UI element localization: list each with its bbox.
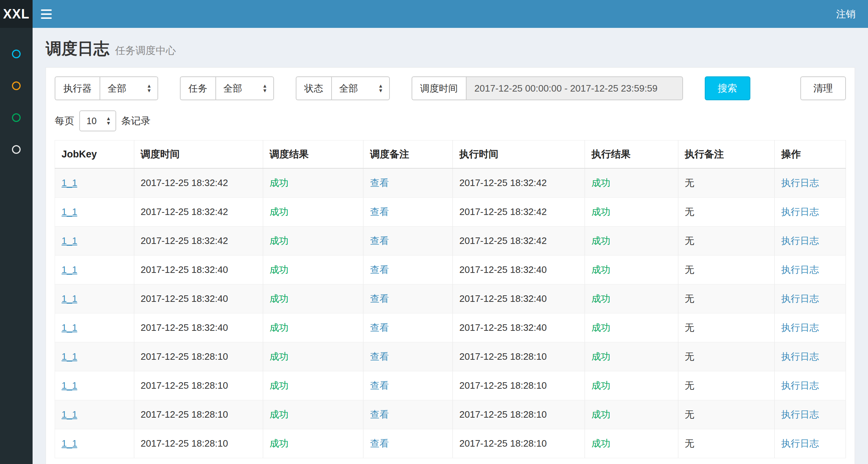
trigger-result-cell: 成功 (270, 380, 288, 391)
trigger-time-cell: 2017-12-25 18:28:10 (141, 409, 228, 420)
handle-msg-cell: 无 (685, 235, 694, 246)
table-row: 1_1 2017-12-25 18:32:40 成功 查看 2017-12-25… (55, 313, 846, 342)
execution-log-link[interactable]: 执行日志 (781, 380, 819, 391)
handle-result-cell: 成功 (591, 177, 610, 188)
sidebar-item-white[interactable] (0, 134, 33, 165)
page-size-suffix-label: 条记录 (121, 114, 151, 127)
clear-button[interactable]: 清理 (800, 76, 846, 100)
trigger-msg-link[interactable]: 查看 (370, 235, 389, 246)
trigger-msg-link[interactable]: 查看 (370, 380, 389, 391)
jobkey-link[interactable]: 1_1 (62, 380, 77, 391)
circle-icon (12, 50, 21, 58)
status-select[interactable]: 全部 ▲▼ (331, 76, 390, 100)
content-area: 调度日志 任务调度中心 执行器 全部 ▲▼ 任务 全部 ▲▼ (33, 28, 868, 464)
app-logo[interactable]: XXL (0, 0, 33, 28)
execution-log-link[interactable]: 执行日志 (781, 293, 819, 304)
page-title: 调度日志 (46, 38, 109, 59)
trigger-result-cell: 成功 (270, 351, 288, 362)
handle-msg-cell: 无 (685, 380, 694, 391)
trigger-time-filter-label: 调度时间 (412, 76, 466, 100)
hamburger-menu-icon[interactable] (33, 0, 60, 28)
col-header-handle-msg: 执行备注 (678, 140, 775, 169)
handle-result-cell: 成功 (591, 409, 610, 420)
handle-msg-cell: 无 (685, 322, 694, 333)
select-stepper-icon: ▲▼ (141, 84, 152, 93)
trigger-result-cell: 成功 (270, 438, 288, 449)
col-header-trigger-result: 调度结果 (263, 140, 363, 169)
trigger-result-cell: 成功 (270, 177, 288, 188)
trigger-result-cell: 成功 (270, 409, 288, 420)
select-stepper-icon: ▲▼ (257, 84, 267, 93)
circle-icon (12, 113, 21, 122)
jobkey-link[interactable]: 1_1 (62, 264, 77, 275)
execution-log-link[interactable]: 执行日志 (781, 235, 819, 246)
circle-icon (12, 81, 21, 90)
logout-link[interactable]: 注销 (824, 8, 868, 21)
handle-time-cell: 2017-12-25 18:28:10 (459, 380, 547, 391)
executor-select[interactable]: 全部 ▲▼ (100, 76, 158, 100)
sidebar-item-green[interactable] (0, 102, 33, 134)
log-box: 执行器 全部 ▲▼ 任务 全部 ▲▼ 状态 全部 (46, 67, 855, 464)
jobkey-link[interactable]: 1_1 (62, 351, 77, 362)
handle-result-cell: 成功 (591, 380, 610, 391)
col-header-handle-result: 执行结果 (585, 140, 678, 169)
jobkey-link[interactable]: 1_1 (62, 206, 77, 217)
execution-log-link[interactable]: 执行日志 (781, 351, 819, 362)
trigger-msg-link[interactable]: 查看 (370, 206, 389, 217)
trigger-result-cell: 成功 (270, 235, 288, 246)
trigger-time-cell: 2017-12-25 18:32:40 (141, 322, 228, 333)
status-filter-group: 状态 全部 ▲▼ (296, 76, 390, 100)
sidebar-item-orange[interactable] (0, 70, 33, 102)
handle-msg-cell: 无 (685, 409, 694, 420)
jobkey-link[interactable]: 1_1 (62, 235, 77, 246)
col-header-handle-time: 执行时间 (453, 140, 585, 169)
trigger-msg-link[interactable]: 查看 (370, 409, 389, 420)
select-stepper-icon: ▲▼ (372, 84, 383, 93)
execution-log-link[interactable]: 执行日志 (781, 322, 819, 333)
execution-log-link[interactable]: 执行日志 (781, 206, 819, 217)
trigger-msg-link[interactable]: 查看 (370, 351, 389, 362)
jobkey-link[interactable]: 1_1 (62, 177, 77, 188)
trigger-msg-link[interactable]: 查看 (370, 264, 389, 275)
jobkey-link[interactable]: 1_1 (62, 438, 77, 449)
trigger-time-cell: 2017-12-25 18:28:10 (141, 351, 228, 362)
handle-time-cell: 2017-12-25 18:32:40 (459, 293, 547, 304)
handle-msg-cell: 无 (685, 293, 694, 304)
page-size-row: 每页 10 ▲▼ 条记录 (55, 110, 846, 131)
execution-log-link[interactable]: 执行日志 (781, 177, 819, 188)
table-row: 1_1 2017-12-25 18:28:10 成功 查看 2017-12-25… (55, 371, 846, 400)
page-subtitle: 任务调度中心 (115, 44, 176, 58)
handle-time-cell: 2017-12-25 18:32:40 (459, 264, 547, 275)
table-row: 1_1 2017-12-25 18:32:42 成功 查看 2017-12-25… (55, 227, 846, 256)
jobkey-link[interactable]: 1_1 (62, 409, 77, 420)
page-size-select[interactable]: 10 ▲▼ (79, 110, 116, 131)
log-table-body: 1_1 2017-12-25 18:32:42 成功 查看 2017-12-25… (55, 168, 846, 458)
trigger-time-range-input[interactable] (466, 76, 683, 100)
sidebar-menu (0, 28, 33, 464)
job-filter-label: 任务 (180, 76, 215, 100)
executor-filter-group: 执行器 全部 ▲▼ (55, 76, 158, 100)
execution-log-link[interactable]: 执行日志 (781, 264, 819, 275)
execution-log-link[interactable]: 执行日志 (781, 438, 819, 449)
trigger-msg-link[interactable]: 查看 (370, 177, 389, 188)
trigger-msg-link[interactable]: 查看 (370, 438, 389, 449)
handle-msg-cell: 无 (685, 351, 694, 362)
trigger-msg-link[interactable]: 查看 (370, 322, 389, 333)
handle-msg-cell: 无 (685, 264, 694, 275)
job-filter-group: 任务 全部 ▲▼ (180, 76, 274, 100)
job-select[interactable]: 全部 ▲▼ (215, 76, 274, 100)
jobkey-link[interactable]: 1_1 (62, 322, 77, 333)
execution-log-link[interactable]: 执行日志 (781, 409, 819, 420)
handle-result-cell: 成功 (591, 438, 610, 449)
table-row: 1_1 2017-12-25 18:28:10 成功 查看 2017-12-25… (55, 400, 846, 429)
search-button[interactable]: 搜索 (705, 76, 750, 100)
trigger-msg-link[interactable]: 查看 (370, 293, 389, 304)
jobkey-link[interactable]: 1_1 (62, 293, 77, 304)
table-header-row: JobKey 调度时间 调度结果 调度备注 执行时间 执行结果 执行备注 操作 (55, 140, 846, 169)
handle-result-cell: 成功 (591, 322, 610, 333)
page-size-prefix-label: 每页 (55, 114, 74, 127)
executor-filter-label: 执行器 (55, 76, 100, 100)
trigger-result-cell: 成功 (270, 293, 288, 304)
sidebar-item-aqua[interactable] (0, 38, 33, 70)
handle-time-cell: 2017-12-25 18:32:42 (459, 206, 547, 217)
